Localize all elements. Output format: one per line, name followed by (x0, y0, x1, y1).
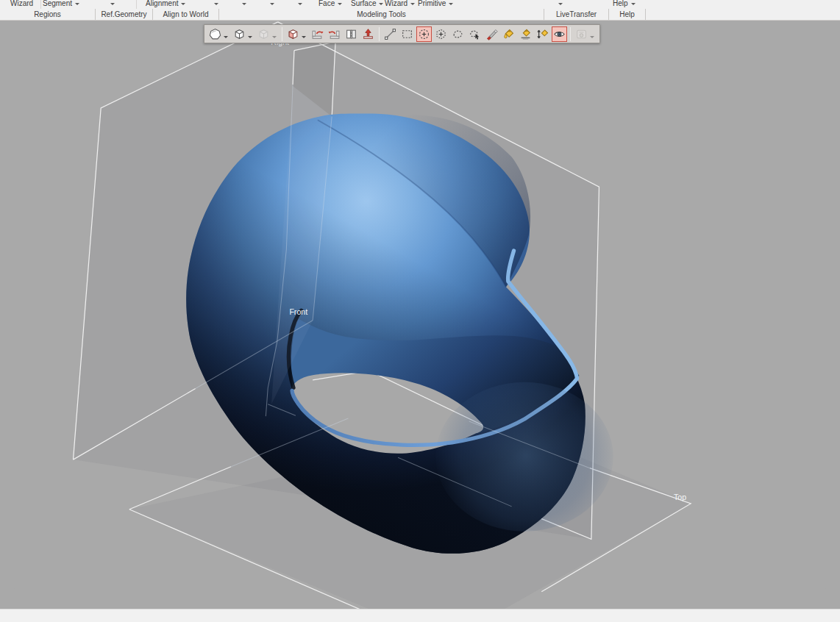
tool-select-flood-range[interactable] (535, 26, 550, 42)
eye-icon (553, 28, 566, 40)
ribbon-group-help[interactable]: Help (609, 9, 646, 20)
ribbon-menu-row: WizardSegmentAlignmentFaceSurfaceWizardP… (0, 0, 840, 9)
circle-plus-icon (418, 28, 430, 40)
brush-icon (485, 28, 498, 40)
ribbon-group-label: Modeling Tools (357, 10, 406, 18)
ribbon-group-label: LiveTransfer (556, 10, 597, 18)
tool-primitive-box[interactable] (232, 26, 255, 42)
chevron-down-icon (379, 3, 383, 5)
tool-export (574, 26, 597, 42)
chevron-down-icon (302, 36, 306, 38)
chevron-down-icon (338, 3, 342, 5)
selection-toolbar (204, 24, 600, 43)
menu-dropdown-2[interactable] (107, 0, 115, 9)
chevron-down-icon (214, 3, 218, 5)
cube-gray-icon (257, 28, 270, 40)
menu-label: Face (318, 0, 335, 7)
chevron-down-icon (298, 3, 302, 5)
menu-dropdown-7[interactable] (295, 0, 302, 9)
menu-wizard[interactable]: Wizard (385, 0, 415, 9)
menu-separator (136, 0, 137, 9)
chevron-down-icon (248, 36, 252, 38)
menu-dropdown-12[interactable] (555, 0, 563, 9)
chevron-down-icon (110, 3, 115, 5)
menu-dropdown-5[interactable] (239, 0, 246, 9)
cube-icon (233, 28, 246, 40)
ribbon-group-modeling-tools[interactable]: Modeling Tools (219, 9, 544, 20)
menu-surface[interactable]: Surface (351, 0, 383, 9)
menu-label: Surface (351, 0, 376, 7)
menu-face[interactable]: Face (318, 0, 342, 9)
tool-toggle-visibility[interactable] (552, 26, 567, 42)
tool-select-line[interactable] (382, 26, 398, 42)
menu-label: Primitive (418, 0, 446, 7)
ribbon-group-label: Align to World (163, 10, 208, 18)
tool-flip-right[interactable] (327, 26, 342, 42)
menu-dropdown-4[interactable] (211, 0, 218, 9)
tool-primitive-polygon[interactable] (207, 26, 230, 42)
tool-select-circle[interactable] (416, 26, 432, 42)
chevron-down-icon (590, 36, 594, 38)
menu-separator (40, 0, 41, 9)
top-plane-label: Top (674, 493, 686, 501)
chin-sheen (435, 382, 613, 532)
menu-primitive[interactable]: Primitive (418, 0, 453, 9)
menu-help[interactable]: Help (613, 0, 636, 9)
viewport-3d[interactable]: Right Front Top (0, 21, 840, 609)
menu-label: Alignment (146, 0, 178, 7)
menu-dropdown-6[interactable] (267, 0, 274, 9)
chevron-down-icon (558, 3, 563, 5)
menu-label: Segment (43, 0, 72, 7)
tool-select-flood-level[interactable] (518, 26, 533, 42)
menu-segment[interactable]: Segment (43, 0, 79, 9)
heptagon-icon (209, 28, 221, 40)
tool-flip-left[interactable] (310, 26, 325, 42)
tool-align-up[interactable] (360, 26, 376, 42)
ribbon-group-label: Ref.Geometry (101, 10, 146, 18)
ribbon-group-regions[interactable]: Regions (0, 9, 96, 20)
tool-face-box[interactable] (285, 26, 308, 42)
rect-icon (401, 28, 413, 40)
ribbon-group-label: Help (619, 10, 635, 18)
tool-select-freeform[interactable] (450, 26, 466, 42)
lasso-icon (452, 28, 464, 40)
tool-select-polygon[interactable] (433, 26, 449, 42)
ribbon-group-ref-geometry[interactable]: Ref.Geometry (96, 9, 153, 20)
export-icon (575, 28, 588, 40)
flip-left-icon (311, 28, 324, 40)
viewport-canvas: Right Front Top (0, 21, 840, 609)
toolbar-separator (570, 27, 571, 41)
tool-mirror[interactable] (344, 26, 359, 42)
ribbon: WizardSegmentAlignmentFaceSurfaceWizardP… (0, 0, 840, 21)
mirror-icon (345, 28, 357, 40)
flip-right-icon (328, 28, 341, 40)
chevron-down-icon (242, 3, 246, 5)
tool-select-smart[interactable] (467, 26, 483, 42)
chevron-down-icon (631, 3, 636, 5)
menu-alignment[interactable]: Alignment (146, 0, 185, 9)
bucket-icon (502, 28, 515, 40)
tool-select-rectangle[interactable] (399, 26, 415, 42)
status-bar (0, 609, 840, 622)
menu-label: Wizard (385, 0, 407, 7)
line-icon (384, 28, 396, 40)
chevron-down-icon (224, 36, 228, 38)
ribbon-group-livetransfer[interactable]: LiveTransfer (544, 9, 609, 20)
chevron-down-icon (75, 3, 79, 5)
tool-select-paintbrush[interactable] (484, 26, 499, 42)
cube-red-icon (287, 28, 299, 40)
chevron-down-icon (270, 3, 274, 5)
chevron-down-icon (410, 3, 415, 5)
ribbon-group-label: Regions (34, 10, 61, 18)
front-plane-label: Front (289, 307, 307, 316)
menu-wizard[interactable]: Wizard (10, 0, 33, 9)
align-up-icon (362, 28, 374, 40)
ribbon-group-row: RegionsRef.GeometryAlign to WorldModelin… (0, 9, 840, 20)
tool-select-flood-fill[interactable] (501, 26, 516, 42)
toolbar-separator (282, 27, 282, 41)
bucket-range-icon (536, 28, 549, 40)
menu-label: Help (613, 0, 628, 7)
chevron-down-icon (449, 3, 453, 5)
chevron-down-icon (272, 36, 277, 38)
ribbon-group-align-to-world[interactable]: Align to World (153, 9, 219, 20)
